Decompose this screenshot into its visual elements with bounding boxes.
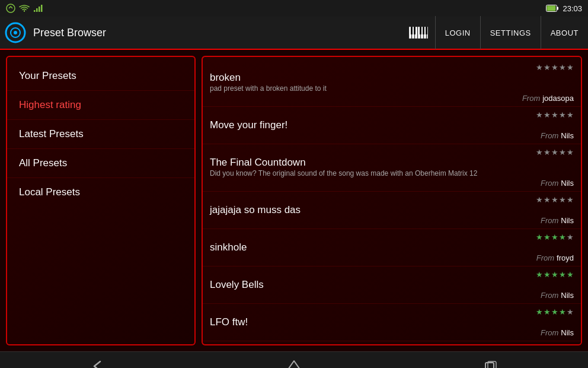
star-4-2: ★ (551, 233, 558, 242)
from-row-4: From froyd (210, 253, 574, 262)
bottom-nav (0, 351, 588, 368)
right-panel: ★★★★★ broken pad preset with a broken at… (202, 56, 582, 345)
stars-container-1: ★★★★★ (210, 110, 574, 119)
preset-item-4[interactable]: ★★★★★ sinkhole From froyd (203, 229, 581, 267)
from-label-1: From (541, 131, 558, 140)
preset-name-3: jajajaja so muss das (210, 204, 301, 216)
star-2-3: ★ (559, 148, 566, 157)
svg-rect-7 (547, 6, 556, 11)
from-row-0: From jodasopa (210, 94, 574, 103)
preset-item-6[interactable]: ★★★★★ LFO ftw! From Nils (203, 304, 581, 341)
from-label-3: From (541, 216, 558, 225)
main-content: Your PresetsHighest ratingLatest Presets… (0, 50, 588, 351)
preset-top-1: Move your finger! (210, 119, 574, 131)
preset-name-1: Move your finger! (210, 119, 287, 131)
settings-button[interactable]: SETTINGS (481, 16, 541, 49)
star-4-1: ★ (544, 233, 551, 242)
stars-container-7: ★★★★★ (210, 345, 574, 345)
svg-rect-4 (41, 5, 43, 12)
menu-item-latest-presets[interactable]: Latest Presets (7, 120, 194, 149)
stars-row-5: ★★★★★ (210, 270, 574, 279)
star-0-1: ★ (544, 63, 551, 72)
from-row-6: From Nils (210, 328, 574, 337)
star-7-1: ★ (544, 345, 551, 345)
star-5-1: ★ (544, 270, 551, 279)
preset-desc-0: pad preset with a broken attitude to it (210, 84, 574, 93)
preset-desc-2: Did you know? The original sound of the … (210, 169, 574, 177)
star-7-4: ★ (567, 345, 574, 345)
preset-top-3: jajajaja so muss das (210, 204, 574, 216)
stars-row-0: ★★★★★ (210, 63, 574, 72)
recents-button[interactable] (466, 354, 514, 369)
stars-container-6: ★★★★★ (210, 307, 574, 316)
menu-item-local-presets[interactable]: Local Presets (7, 178, 194, 207)
svg-rect-21 (423, 27, 424, 34)
star-6-0: ★ (536, 307, 543, 316)
star-1-3: ★ (559, 110, 566, 119)
from-row-1: From Nils (210, 131, 574, 140)
from-user-2: Nils (561, 179, 574, 188)
status-bar: 23:03 (0, 0, 588, 17)
star-2-2: ★ (551, 148, 558, 157)
svg-point-0 (7, 4, 15, 12)
preset-item-2[interactable]: ★★★★★ The Final Countdown Did you know? … (203, 144, 581, 192)
star-6-4: ★ (567, 307, 574, 316)
preset-name-6: LFO ftw! (210, 316, 248, 328)
from-label-0: From (522, 94, 540, 103)
from-label-6: From (541, 328, 558, 337)
menu-item-your-presets[interactable]: Your Presets (7, 62, 194, 91)
star-3-3: ★ (559, 195, 566, 204)
preset-name-2: The Final Countdown (210, 157, 306, 169)
app-logo (0, 16, 31, 49)
star-6-1: ★ (544, 307, 551, 316)
menu-item-all-presets[interactable]: All Presets (7, 149, 194, 178)
preset-top-4: sinkhole (210, 242, 574, 253)
star-2-0: ★ (536, 148, 543, 157)
stars-container-5: ★★★★★ (210, 270, 574, 279)
preset-item-0[interactable]: ★★★★★ broken pad preset with a broken at… (203, 59, 581, 107)
keyboard-icon-btn[interactable] (402, 16, 436, 49)
from-label-4: From (536, 253, 554, 262)
login-button[interactable]: LOGIN (436, 16, 481, 49)
star-4-0: ★ (536, 233, 543, 242)
stars-row-7: ★★★★★ (210, 345, 574, 345)
android-icon (6, 4, 15, 13)
time-display: 23:03 (563, 4, 582, 13)
status-right-icons: 23:03 (546, 4, 582, 13)
preset-name-0: broken (210, 72, 241, 84)
stars-row-6: ★★★★★ (210, 307, 574, 316)
preset-item-3[interactable]: ★★★★★ jajajaja so muss das From Nils (203, 192, 581, 229)
star-4-4: ★ (567, 233, 574, 242)
from-user-0: jodasopa (542, 94, 574, 103)
home-button[interactable] (270, 354, 318, 369)
preset-item-5[interactable]: ★★★★★ Lovely Bells From Nils (203, 267, 581, 304)
svg-rect-19 (414, 27, 416, 34)
star-5-2: ★ (551, 270, 558, 279)
star-7-0: ★ (536, 345, 543, 345)
svg-rect-1 (34, 10, 36, 12)
star-1-1: ★ (544, 110, 551, 119)
back-button[interactable] (74, 354, 122, 369)
signal-icon (33, 4, 43, 12)
stars-container-0: ★★★★★ (210, 63, 574, 72)
from-row-5: From Nils (210, 291, 574, 300)
stars-container-3: ★★★★★ (210, 195, 574, 204)
star-6-3: ★ (559, 307, 566, 316)
star-6-2: ★ (551, 307, 558, 316)
menu-item-highest-rating[interactable]: Highest rating (7, 91, 194, 120)
from-user-1: Nils (561, 131, 574, 140)
star-5-4: ★ (567, 270, 574, 279)
svg-rect-20 (420, 27, 421, 34)
about-button[interactable]: ABOUT (541, 16, 588, 49)
preset-item-1[interactable]: ★★★★★ Move your finger! From Nils (203, 107, 581, 144)
star-1-4: ★ (567, 110, 574, 119)
stars-row-1: ★★★★★ (210, 110, 574, 119)
star-3-0: ★ (536, 195, 543, 204)
preset-item-7[interactable]: ★★★★★ U Drive M3 crazy! From Nils (203, 341, 581, 345)
from-row-2: From Nils (210, 179, 574, 188)
star-5-0: ★ (536, 270, 543, 279)
star-0-2: ★ (551, 63, 558, 72)
nav-bar: Preset Browser LOGIN SETTINGS ABOUT (0, 17, 588, 50)
star-3-2: ★ (551, 195, 558, 204)
preset-top-2: The Final Countdown (210, 157, 574, 169)
